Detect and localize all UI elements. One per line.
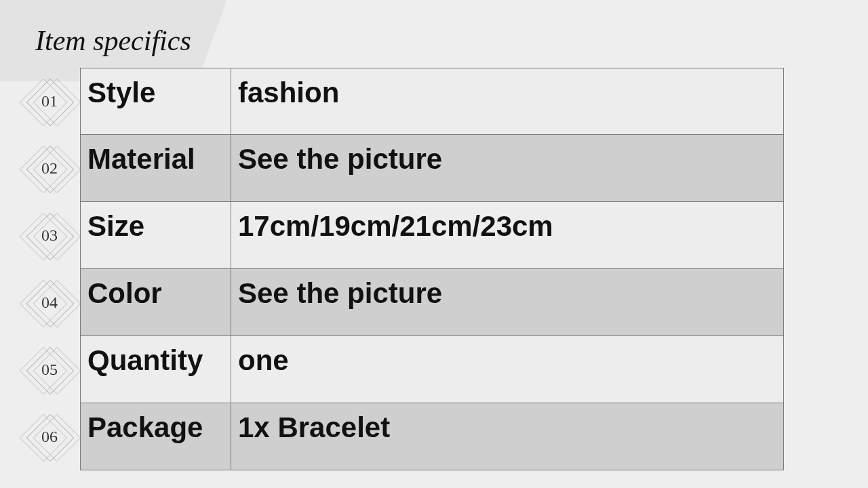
row-index-decor: 04	[19, 269, 80, 336]
section-title: Item specifics	[35, 24, 191, 57]
row-index-decor: 05	[19, 336, 80, 403]
table-row: 05 Quantity one	[19, 336, 784, 403]
row-index: 02	[25, 144, 74, 193]
table-row: 03 Size 17cm/19cm/21cm/23cm	[19, 202, 784, 269]
row-index-decor: 06	[19, 403, 80, 470]
row-index-decor: 02	[19, 135, 80, 202]
spec-value: fashion	[231, 68, 784, 135]
spec-label: Package	[80, 403, 231, 470]
row-index-decor: 03	[19, 202, 80, 269]
spec-label: Material	[80, 135, 231, 202]
row-index-decor: 01	[19, 68, 80, 135]
row-index: 05	[25, 346, 74, 394]
table-row: 06 Package 1x Bracelet	[19, 403, 784, 470]
row-index: 03	[25, 211, 74, 260]
spec-value: 1x Bracelet	[231, 403, 784, 470]
table-row: 04 Color See the picture	[19, 269, 784, 336]
spec-label: Quantity	[80, 336, 231, 403]
spec-value: one	[231, 336, 784, 403]
spec-value: 17cm/19cm/21cm/23cm	[231, 202, 784, 269]
item-specifics-table: 01 Style fashion 02 Material See the pic…	[19, 68, 784, 470]
row-index: 06	[25, 413, 74, 462]
row-index: 04	[25, 279, 74, 327]
spec-label: Color	[80, 269, 231, 336]
row-index: 01	[25, 77, 74, 126]
table-row: 02 Material See the picture	[19, 135, 784, 202]
spec-label: Size	[80, 202, 231, 269]
spec-value: See the picture	[231, 269, 784, 336]
table-row: 01 Style fashion	[19, 68, 784, 135]
spec-label: Style	[80, 68, 231, 135]
spec-value: See the picture	[231, 135, 784, 202]
